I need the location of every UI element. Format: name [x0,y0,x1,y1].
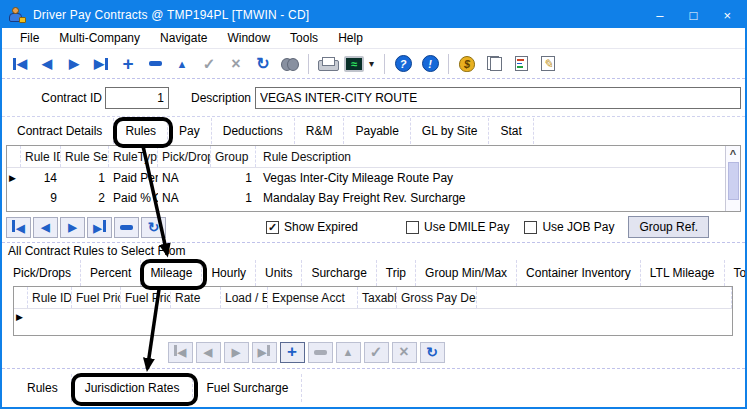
tab-pay[interactable]: Pay [168,118,212,144]
col-rule-id[interactable]: Rule ID [28,287,72,308]
tab-contract-details[interactable]: Contract Details [6,118,114,144]
tab-payable[interactable]: Payable [344,118,410,144]
col-rule-description[interactable]: Rule Description [256,146,740,167]
print-icon[interactable] [315,53,339,75]
report-icon[interactable] [509,53,533,75]
menu-window[interactable]: Window [217,29,280,47]
col-rule-type[interactable]: RuleType [109,146,158,167]
select-collapse-button[interactable]: ▲ [336,342,361,363]
refresh-icon: ↻ [148,219,160,235]
rules-grid-row[interactable]: ▶ 14 1 Paid Per Mile NA 1 Vegas Inter-Ci… [7,168,740,188]
rules-refresh-button[interactable]: ↻ [141,217,166,238]
rules-delete-button[interactable] [114,217,139,238]
mileage-nav-bar: ◀ ◀ ▶ ▶ + ▲ ✓ × ↻ [2,336,745,369]
tab-rm[interactable]: R&M [295,118,345,144]
scrollbar-thumb[interactable] [728,162,739,200]
tab-gl-by-site[interactable]: GL by Site [411,118,490,144]
tab-tolls[interactable]: Tolls [725,260,747,286]
delete-record-icon[interactable] [143,53,167,75]
select-next-button[interactable]: ▶ [224,342,249,363]
tab-surcharge[interactable]: Surcharge [302,260,376,286]
tab-bottom-jurisdiction-rates[interactable]: Jurisdiction Rates [72,374,194,402]
contract-id-field[interactable] [105,87,169,109]
help-icon[interactable]: ? [391,53,415,75]
select-refresh-button[interactable]: ↻ [420,342,445,363]
tab-trip[interactable]: Trip [377,260,416,286]
last-record-icon[interactable]: ▶ [89,53,113,75]
first-record-icon: ◀ [174,345,186,359]
tab-group-min-max[interactable]: Group Min/Max [416,260,517,286]
select-add-button[interactable]: + [280,342,305,363]
tab-percent[interactable]: Percent [81,260,141,286]
main-toolbar: ◀ ◀ ▶ ▶ + ▲ ✓ × ↻ ≈ ▾ ? ! $ ✎ [2,49,745,79]
rules-prev-button[interactable]: ◀ [33,217,58,238]
tab-deductions[interactable]: Deductions [212,118,295,144]
tab-units[interactable]: Units [256,260,302,286]
col-rule-seq[interactable]: Rule Seq [61,146,109,167]
tab-hourly[interactable]: Hourly [202,260,256,286]
col-gross-pay-ded[interactable]: Gross Pay Ded [397,287,477,308]
col-rate[interactable]: Rate [171,287,221,308]
tab-bottom-rules[interactable]: Rules [14,374,72,402]
rules-grid-row[interactable]: 9 2 Paid % Of Re NA 1 Mandalay Bay Freig… [7,188,740,208]
description-field[interactable] [255,87,741,109]
collapse-icon[interactable]: ▲ [170,53,194,75]
menu-tools[interactable]: Tools [280,29,328,47]
select-cancel-button[interactable]: × [392,342,417,363]
next-record-icon[interactable]: ▶ [62,53,86,75]
col-expense-acct[interactable]: Expense Acct [268,287,358,308]
menu-help[interactable]: Help [328,29,373,47]
use-dmile-pay-checkbox[interactable]: Use DMILE Pay [406,220,509,234]
tab-pick-drops[interactable]: Pick/Drops [4,260,81,286]
tab-bottom-fuel-surcharge[interactable]: Fuel Surcharge [193,374,302,402]
col-taxable[interactable]: Taxable [358,287,397,308]
monitor-dropdown-icon[interactable]: ▾ [369,58,381,69]
monitor-icon[interactable]: ≈ [342,53,366,75]
close-button[interactable]: × [723,9,731,22]
money-bag-icon[interactable]: $ [455,53,479,75]
show-expired-checkbox[interactable]: ✓ Show Expired [266,220,358,234]
info-icon[interactable]: ! [418,53,442,75]
use-job-pay-checkbox[interactable]: Use JOB Pay [524,220,614,234]
col-filler [477,287,732,308]
col-fuel-price-max[interactable]: Fuel Price Max [121,287,171,308]
menu-multi-company[interactable]: Multi-Company [49,29,150,47]
tab-select-mileage[interactable]: Mileage [141,260,202,286]
col-pick-drop[interactable]: Pick/Drop [158,146,211,167]
col-load-empty[interactable]: Load / Empt [221,287,268,308]
first-record-icon[interactable]: ◀ [8,53,32,75]
menu-file[interactable]: File [10,29,49,47]
col-rule-id[interactable]: Rule ID [21,146,61,167]
minimize-button[interactable]: – [656,9,663,22]
cancel-icon[interactable]: × [224,53,248,75]
rules-last-button[interactable]: ▶ [87,217,112,238]
mileage-grid-empty-row[interactable]: ▶ [14,309,732,333]
tab-stat[interactable]: Stat [489,118,533,144]
copy-icon[interactable] [482,53,506,75]
save-icon[interactable]: ✓ [197,53,221,75]
scroll-up-icon[interactable]: ^ [730,146,736,160]
add-record-icon[interactable]: + [116,53,140,75]
rules-grid: Rule ID Rule Seq RuleType Pick/Drop Grou… [6,145,741,212]
select-first-button[interactable]: ◀ [168,342,193,363]
menu-navigate[interactable]: Navigate [150,29,217,47]
rules-grid-scrollbar[interactable]: ^ [725,146,740,211]
rules-next-button[interactable]: ▶ [60,217,85,238]
select-delete-button[interactable] [308,342,333,363]
maximize-button[interactable]: □ [690,9,698,22]
col-group[interactable]: Group [211,146,256,167]
tab-main-rules[interactable]: Rules [114,118,168,144]
first-record-icon: ◀ [12,220,24,235]
select-prev-button[interactable]: ◀ [196,342,221,363]
rules-first-button[interactable]: ◀ [6,217,31,238]
col-fuel-price-min[interactable]: Fuel Price Mi [72,287,121,308]
previous-record-icon[interactable]: ◀ [35,53,59,75]
group-ref-button[interactable]: Group Ref. [628,216,709,238]
select-save-button[interactable]: ✓ [364,342,389,363]
select-last-button[interactable]: ▶ [252,342,277,363]
edit-note-icon[interactable]: ✎ [536,53,560,75]
find-binoculars-icon[interactable] [278,53,302,75]
tab-container-inventory[interactable]: Container Inventory [517,260,641,286]
refresh-icon[interactable]: ↻ [251,53,275,75]
tab-ltl-mileage[interactable]: LTL Mileage [641,260,725,286]
